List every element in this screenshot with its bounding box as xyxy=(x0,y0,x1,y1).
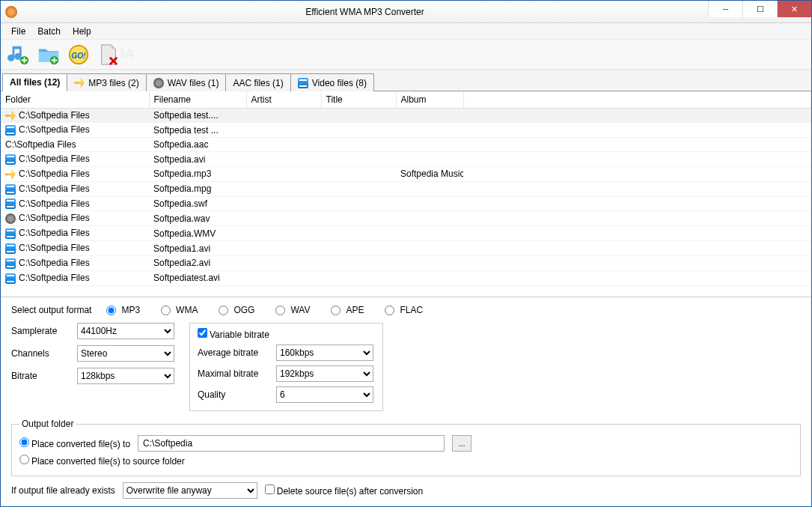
video-icon xyxy=(5,125,16,136)
mp3-icon xyxy=(5,110,16,121)
format-mp3-radio[interactable] xyxy=(106,306,116,315)
format-mp3-radio-label[interactable]: MP3 xyxy=(106,305,140,315)
format-wav-radio-label[interactable]: WAV xyxy=(275,305,310,315)
cell-album xyxy=(396,138,463,152)
tab-label: AAC files (1) xyxy=(233,78,283,88)
place-source-radio[interactable] xyxy=(19,455,29,464)
column-filename[interactable]: Filename xyxy=(149,91,246,108)
format-ape-radio-label[interactable]: APE xyxy=(331,305,364,315)
close-button[interactable] xyxy=(777,1,811,17)
table-row[interactable]: C:\Softpedia FilesSoftpedia1.avi xyxy=(1,241,811,256)
cell-title xyxy=(321,123,396,138)
browse-button[interactable]: ... xyxy=(452,435,471,452)
format-ape-radio[interactable] xyxy=(331,306,341,315)
overwrite-select[interactable]: Overwrite file anyway xyxy=(123,482,257,499)
bitrate-select[interactable]: 128kbps xyxy=(77,368,174,384)
samplerate-label: Samplerate xyxy=(11,326,70,336)
max-bitrate-select[interactable]: 192kbps xyxy=(276,365,373,382)
cell-title xyxy=(321,211,396,226)
minimize-button[interactable] xyxy=(708,1,742,17)
maximize-button[interactable] xyxy=(742,1,777,17)
channels-select[interactable]: Stereo xyxy=(77,345,174,362)
menubar: File Batch Help xyxy=(1,23,811,40)
table-row[interactable]: C:\Softpedia FilesSoftpedia.WMV xyxy=(1,226,811,241)
format-wav-radio[interactable] xyxy=(275,306,285,315)
variable-bitrate-checkbox[interactable] xyxy=(198,328,207,338)
menu-file[interactable]: File xyxy=(5,24,31,39)
cell-album xyxy=(396,226,463,241)
format-wma-radio[interactable] xyxy=(161,306,171,315)
table-row[interactable]: C:\Softpedia FilesSoftpediatest.avi xyxy=(1,270,811,285)
column-title[interactable]: Title xyxy=(321,91,396,108)
table-row[interactable]: C:\Softpedia FilesSoftpedia.mpg xyxy=(1,181,811,196)
samplerate-select[interactable]: 44100Hz xyxy=(77,323,174,339)
delete-source-checkbox-label[interactable]: Delete source file(s) after conversion xyxy=(265,485,423,497)
cell-title xyxy=(321,152,396,167)
place-source-radio-label[interactable]: Place converted file(s) to source folder xyxy=(19,455,185,467)
cell-artist xyxy=(246,241,321,256)
tab-all-files-12-[interactable]: All files (12) xyxy=(2,73,67,91)
place-to-radio[interactable] xyxy=(19,437,29,447)
delete-source-checkbox[interactable] xyxy=(265,485,275,494)
window-controls xyxy=(708,1,811,22)
avg-bitrate-label: Average bitrate xyxy=(198,347,269,358)
tab-mp3-files-2-[interactable]: MP3 files (2) xyxy=(67,73,146,91)
table-row[interactable]: C:\Softpedia FilesSoftpedia.swf xyxy=(1,196,811,211)
format-flac-radio-label[interactable]: FLAC xyxy=(385,305,423,315)
avg-bitrate-select[interactable]: 160kbps xyxy=(276,344,373,361)
add-folder-button[interactable] xyxy=(35,41,62,68)
cell-artist xyxy=(246,270,321,285)
output-folder-legend: Output folder xyxy=(19,419,76,429)
table-row[interactable]: C:\Softpedia FilesSoftpedia.mp3Softpedia… xyxy=(1,166,811,181)
cell-album xyxy=(396,241,463,256)
menu-help[interactable]: Help xyxy=(67,24,97,39)
tab-video-files-8-[interactable]: Video files (8) xyxy=(290,73,374,91)
tab-wav-files-1-[interactable]: WAV files (1) xyxy=(146,73,227,91)
video-icon xyxy=(5,243,16,254)
format-wma-radio-label[interactable]: WMA xyxy=(161,305,198,315)
file-table: FolderFilenameArtistTitleAlbum C:\Softpe… xyxy=(1,91,811,297)
cell-filename: Softpedia2.avi xyxy=(149,255,246,270)
table-row[interactable]: C:\Softpedia FilesSoftpedia.wav xyxy=(1,211,811,226)
cell-album xyxy=(396,152,463,167)
cell-artist xyxy=(246,138,321,152)
video-icon xyxy=(5,198,16,209)
cell-artist xyxy=(246,196,321,211)
add-file-button[interactable] xyxy=(5,41,32,68)
column-artist[interactable]: Artist xyxy=(246,91,321,108)
tab-aac-files-1-[interactable]: AAC files (1) xyxy=(225,73,290,91)
table-row[interactable]: C:\Softpedia FilesSoftpedia.aac xyxy=(1,138,811,152)
cell-filename: Softpedia.WMV xyxy=(149,226,246,241)
column-folder[interactable]: Folder xyxy=(1,91,149,108)
format-ogg-radio-label[interactable]: OGG xyxy=(219,305,254,315)
cell-folder: C:\Softpedia Files xyxy=(19,110,90,121)
max-bitrate-label: Maximal bitrate xyxy=(198,368,269,379)
menu-batch[interactable]: Batch xyxy=(31,24,67,39)
convert-button[interactable]: GO! xyxy=(65,41,92,68)
cell-folder: C:\Softpedia Files xyxy=(19,258,90,268)
app-icon xyxy=(5,6,17,18)
video-icon xyxy=(5,184,16,195)
table-row[interactable]: C:\Softpedia FilesSoftpedia2.avi xyxy=(1,255,811,270)
cell-artist xyxy=(246,255,321,270)
table-row[interactable]: C:\Softpedia FilesSoftpedia test.... xyxy=(1,108,811,123)
table-row[interactable]: C:\Softpedia FilesSoftpedia.avi xyxy=(1,152,811,167)
file-table-container[interactable]: FolderFilenameArtistTitleAlbum C:\Softpe… xyxy=(1,91,811,297)
vbr-fieldset: Variable bitrate Average bitrate 160kbps… xyxy=(189,323,383,411)
table-row[interactable]: C:\Softpedia FilesSoftpedia test ... xyxy=(1,123,811,138)
svg-text:GO!: GO! xyxy=(71,51,86,59)
quality-select[interactable]: 6 xyxy=(276,386,373,403)
remove-button[interactable] xyxy=(95,41,122,68)
place-to-radio-label[interactable]: Place converted file(s) to xyxy=(19,437,130,449)
music-note-add-icon xyxy=(7,43,30,66)
column-album[interactable]: Album xyxy=(396,91,463,108)
output-path-input[interactable] xyxy=(138,435,445,452)
cell-artist xyxy=(246,152,321,167)
variable-bitrate-checkbox-label[interactable]: Variable bitrate xyxy=(198,330,269,340)
cell-title xyxy=(321,255,396,270)
format-ogg-radio[interactable] xyxy=(219,306,228,315)
format-flac-radio[interactable] xyxy=(385,306,394,315)
cell-album xyxy=(396,123,463,138)
output-format-label: Select output format xyxy=(11,305,91,315)
cell-filename: Softpedia.aac xyxy=(149,138,246,152)
